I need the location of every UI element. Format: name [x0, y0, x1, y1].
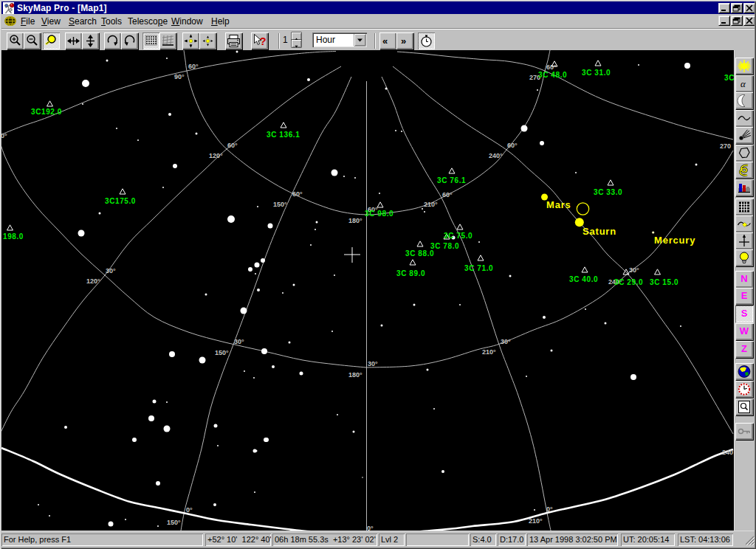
svg-text:150°: 150° — [215, 349, 229, 356]
svg-text:0°: 0° — [186, 506, 193, 514]
svg-text:3C: 3C — [724, 74, 734, 82]
svg-text:90°: 90° — [174, 73, 185, 80]
svg-text:150°: 150° — [273, 201, 287, 208]
svg-text:180°: 180° — [348, 371, 362, 379]
svg-text:60°: 60° — [507, 142, 518, 149]
svg-text:Saturn: Saturn — [583, 226, 616, 237]
svg-text:210°: 210° — [424, 201, 438, 208]
svg-text:198.0: 198.0 — [3, 232, 24, 241]
svg-text:3C 48.0: 3C 48.0 — [538, 71, 567, 79]
svg-text:»: » — [401, 35, 406, 46]
svg-text:0°: 0° — [546, 505, 553, 513]
svg-text:210°: 210° — [482, 348, 496, 356]
svg-text:α: α — [740, 78, 746, 89]
svg-text:3C 29.0: 3C 29.0 — [614, 278, 643, 286]
svg-text:150°: 150° — [167, 519, 181, 526]
svg-text:180°: 180° — [348, 217, 362, 224]
svg-text:210°: 210° — [529, 517, 543, 525]
svg-text:3C 75.0: 3C 75.0 — [444, 232, 472, 240]
svg-text:30°: 30° — [501, 338, 511, 345]
svg-text:30°: 30° — [106, 267, 116, 274]
svg-text:3C 31.0: 3C 31.0 — [582, 69, 611, 77]
svg-text:3C 15.0: 3C 15.0 — [650, 278, 678, 286]
svg-text:30°: 30° — [629, 266, 639, 274]
svg-text:30°: 30° — [368, 360, 378, 367]
svg-text:3C 40.0: 3C 40.0 — [569, 275, 598, 283]
svg-text:270: 270 — [720, 142, 731, 150]
svg-text:?: ? — [260, 35, 267, 47]
svg-text:0°: 0° — [1, 132, 7, 139]
svg-text:3C 33.0: 3C 33.0 — [594, 188, 622, 196]
svg-text:240°: 240° — [489, 152, 503, 159]
svg-text:3C192.0: 3C192.0 — [31, 108, 62, 116]
svg-text:3C 71.0: 3C 71.0 — [464, 264, 493, 272]
svg-text:60°: 60° — [546, 63, 557, 71]
svg-text:60°: 60° — [227, 142, 238, 149]
svg-text:3C 88.0: 3C 88.0 — [405, 249, 434, 258]
svg-text:240: 240 — [722, 449, 733, 456]
svg-text:3C175.0: 3C175.0 — [105, 197, 136, 205]
svg-text:60°: 60° — [188, 63, 199, 70]
svg-text:120°: 120° — [86, 277, 100, 285]
svg-text:«: « — [382, 35, 388, 46]
svg-text:Mercury: Mercury — [654, 235, 695, 246]
svg-text:60°: 60° — [442, 191, 453, 198]
svg-text:Mars: Mars — [546, 199, 571, 210]
svg-text:30°: 30° — [234, 338, 244, 345]
svg-text:60°: 60° — [292, 190, 303, 198]
svg-text:3C 98.0: 3C 98.0 — [365, 210, 394, 218]
svg-text:3C 76.1: 3C 76.1 — [437, 176, 466, 184]
svg-text:120°: 120° — [209, 152, 223, 159]
svg-text:3C 136.1: 3C 136.1 — [267, 131, 300, 139]
svg-text:3C 89.0: 3C 89.0 — [396, 269, 425, 277]
svg-text:0°: 0° — [367, 525, 374, 531]
svg-text:3C 78.0: 3C 78.0 — [430, 242, 459, 250]
